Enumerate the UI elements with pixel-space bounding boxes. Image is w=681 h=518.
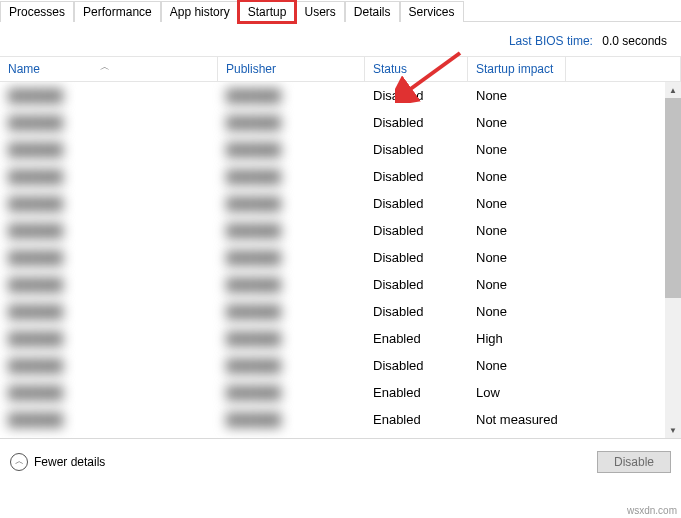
- cell-publisher: ██████: [218, 250, 365, 265]
- cell-name: ██████: [0, 412, 218, 427]
- table-row[interactable]: ████████████DisabledNone: [0, 352, 665, 379]
- cell-impact: None: [468, 88, 566, 103]
- cell-impact: None: [468, 277, 566, 292]
- tab-app-history[interactable]: App history: [161, 1, 239, 22]
- cell-name: ██████: [0, 331, 218, 346]
- scrollbar[interactable]: ▲ ▼: [665, 82, 681, 438]
- cell-impact: Low: [468, 385, 566, 400]
- cell-publisher: ██████: [218, 223, 365, 238]
- cell-status: Disabled: [365, 142, 468, 157]
- cell-impact: None: [468, 169, 566, 184]
- tab-details[interactable]: Details: [345, 1, 400, 22]
- footer: ︿ Fewer details Disable: [0, 438, 681, 484]
- table-row[interactable]: ████████████DisabledNone: [0, 109, 665, 136]
- tab-performance[interactable]: Performance: [74, 1, 161, 22]
- bios-label: Last BIOS time:: [509, 34, 593, 48]
- table-row[interactable]: ████████████EnabledLow: [0, 379, 665, 406]
- cell-name: ██████: [0, 115, 218, 130]
- cell-publisher: ██████: [218, 412, 365, 427]
- table-row[interactable]: ████████████EnabledNot measured: [0, 406, 665, 433]
- cell-name: ██████: [0, 250, 218, 265]
- cell-name: ██████: [0, 196, 218, 211]
- cell-name: ██████: [0, 304, 218, 319]
- cell-publisher: ██████: [218, 385, 365, 400]
- watermark: wsxdn.com: [627, 505, 677, 516]
- cell-impact: Not measured: [468, 412, 566, 427]
- cell-status: Disabled: [365, 115, 468, 130]
- cell-name: ██████: [0, 223, 218, 238]
- table-row[interactable]: ████████████DisabledNone: [0, 190, 665, 217]
- tab-services[interactable]: Services: [400, 1, 464, 22]
- table-row[interactable]: ████████████DisabledNone: [0, 136, 665, 163]
- header-impact[interactable]: Startup impact: [468, 57, 566, 81]
- cell-status: Enabled: [365, 385, 468, 400]
- cell-status: Disabled: [365, 196, 468, 211]
- cell-publisher: ██████: [218, 88, 365, 103]
- cell-name: ██████: [0, 358, 218, 373]
- cell-status: Disabled: [365, 88, 468, 103]
- cell-impact: None: [468, 142, 566, 157]
- cell-impact: None: [468, 115, 566, 130]
- cell-impact: None: [468, 358, 566, 373]
- cell-publisher: ██████: [218, 115, 365, 130]
- cell-impact: None: [468, 304, 566, 319]
- cell-impact: None: [468, 250, 566, 265]
- cell-status: Disabled: [365, 250, 468, 265]
- bios-time: Last BIOS time: 0.0 seconds: [0, 22, 681, 56]
- cell-status: Disabled: [365, 223, 468, 238]
- cell-publisher: ██████: [218, 277, 365, 292]
- cell-status: Enabled: [365, 412, 468, 427]
- table-row[interactable]: ████████████DisabledNone: [0, 82, 665, 109]
- sort-asc-icon: ︿: [100, 60, 110, 74]
- chevron-up-icon: ︿: [10, 453, 28, 471]
- cell-impact: High: [468, 331, 566, 346]
- cell-publisher: ██████: [218, 331, 365, 346]
- tab-processes[interactable]: Processes: [0, 1, 74, 22]
- cell-status: Disabled: [365, 358, 468, 373]
- table-row[interactable]: ████████████DisabledNone: [0, 217, 665, 244]
- cell-name: ██████: [0, 277, 218, 292]
- cell-status: Enabled: [365, 331, 468, 346]
- cell-status: Disabled: [365, 169, 468, 184]
- header-publisher[interactable]: Publisher: [218, 57, 365, 81]
- header-status[interactable]: Status: [365, 57, 468, 81]
- bios-value: 0.0 seconds: [602, 34, 667, 48]
- table-row[interactable]: ████████████DisabledNone: [0, 163, 665, 190]
- tab-startup[interactable]: Startup: [239, 1, 296, 22]
- cell-publisher: ██████: [218, 358, 365, 373]
- cell-name: ██████: [0, 169, 218, 184]
- disable-button[interactable]: Disable: [597, 451, 671, 473]
- cell-name: ██████: [0, 142, 218, 157]
- header-spacer: [566, 57, 681, 81]
- tab-users[interactable]: Users: [295, 1, 344, 22]
- header-name-label: Name: [8, 62, 40, 76]
- scroll-thumb[interactable]: [665, 98, 681, 298]
- cell-publisher: ██████: [218, 169, 365, 184]
- table-row[interactable]: ████████████DisabledNone: [0, 244, 665, 271]
- table-row[interactable]: ████████████DisabledNone: [0, 271, 665, 298]
- cell-status: Disabled: [365, 277, 468, 292]
- cell-status: Disabled: [365, 304, 468, 319]
- scroll-up-icon[interactable]: ▲: [665, 82, 681, 98]
- cell-name: ██████: [0, 385, 218, 400]
- cell-name: ██████: [0, 88, 218, 103]
- cell-publisher: ██████: [218, 196, 365, 211]
- cell-impact: None: [468, 196, 566, 211]
- scroll-down-icon[interactable]: ▼: [665, 422, 681, 438]
- header-name[interactable]: Name ︿: [0, 57, 218, 81]
- table-row[interactable]: ████████████DisabledNone: [0, 298, 665, 325]
- column-headers: Name ︿ Publisher Status Startup impact: [0, 56, 681, 82]
- cell-publisher: ██████: [218, 142, 365, 157]
- cell-publisher: ██████: [218, 304, 365, 319]
- cell-impact: None: [468, 223, 566, 238]
- startup-list: ████████████DisabledNone████████████Disa…: [0, 82, 681, 438]
- table-row[interactable]: ████████████EnabledHigh: [0, 325, 665, 352]
- tab-bar: Processes Performance App history Startu…: [0, 0, 681, 22]
- fewer-details-button[interactable]: ︿ Fewer details: [10, 453, 105, 471]
- fewer-details-label: Fewer details: [34, 455, 105, 469]
